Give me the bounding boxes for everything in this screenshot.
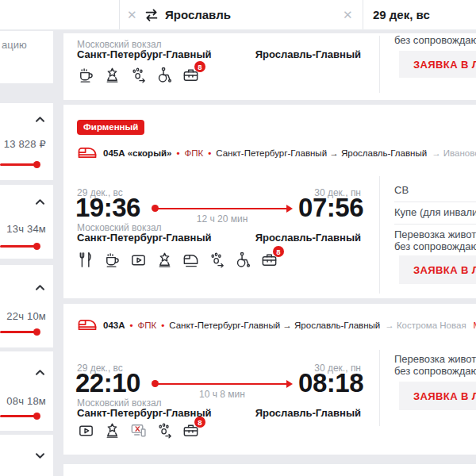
star-icon[interactable] xyxy=(155,251,174,269)
carrier-link[interactable]: ФПК xyxy=(184,148,203,158)
bullet-separator: • xyxy=(130,321,133,330)
train-logo-icon xyxy=(77,144,98,161)
bullet-separator: • xyxy=(208,148,211,158)
arrive-time: 08:18 xyxy=(298,369,363,397)
depart-station: Санкт-Петербург-Главный xyxy=(77,232,212,244)
luggage-count-badge: 8 xyxy=(194,416,205,428)
filter-section-cropped: ацию xyxy=(0,31,53,83)
filter-section-price: 13 828 ₽ xyxy=(0,103,53,180)
branded-badge: Фирменный xyxy=(77,120,144,135)
range-slider[interactable] xyxy=(0,415,38,417)
timeline-arrow xyxy=(153,208,291,209)
luggage-icon[interactable]: 8 xyxy=(182,66,200,84)
train-title-row: 045А «скорый» • ФПК • Санкт-Петербург-Гл… xyxy=(77,144,476,161)
filter-section-arrival: 08ч 18м xyxy=(0,351,53,431)
panel-divider xyxy=(379,350,380,426)
filter-section-collapsed xyxy=(0,435,53,476)
route-text: Санкт-Петербург-Главный → Ярославль-Глав… xyxy=(216,148,427,158)
bullet-separator: • xyxy=(176,148,179,158)
train-card-partial: Московский вокзал Санкт-Петербург-Главны… xyxy=(63,33,476,100)
train-card-045: Фирменный 045А «скорый» • ФПК • Санкт-Пе… xyxy=(63,105,476,298)
video-icon[interactable] xyxy=(77,421,95,440)
route-extra-text: → Иваново xyxy=(432,148,476,158)
panel-divider xyxy=(379,36,380,93)
slider-handle[interactable] xyxy=(33,243,40,250)
filter-value-departure: 22ч 10м xyxy=(6,310,46,322)
route-text: Санкт-Петербург-Главный → Ярославль-Глав… xyxy=(169,321,380,330)
date-field[interactable]: 29 дек, вс xyxy=(373,8,430,21)
filter-value-duration: 13ч 34м xyxy=(6,223,46,235)
field-divider xyxy=(363,0,363,29)
star-icon[interactable] xyxy=(103,66,121,84)
filter-value-arrival: 08ч 18м xyxy=(6,395,46,407)
range-slider[interactable] xyxy=(0,163,38,166)
arrive-station: Ярославль-Главный xyxy=(255,48,361,60)
carrier-link[interactable]: ФПК xyxy=(138,321,157,330)
train-card-043: 043А • ФПК • Санкт-Петербург-Главный → Я… xyxy=(63,304,476,455)
no-e-registration-icon[interactable] xyxy=(129,421,148,440)
depart-time: 22:10 xyxy=(75,369,140,397)
wheelchair-icon[interactable] xyxy=(234,251,252,269)
slider-handle[interactable] xyxy=(33,328,40,336)
trip-duration: 10 ч 8 мин xyxy=(153,389,291,400)
bullet-separator: • xyxy=(161,321,164,330)
restaurant-icon[interactable] xyxy=(77,251,95,269)
slider-handle[interactable] xyxy=(33,413,40,420)
star-icon[interactable] xyxy=(103,421,121,440)
clear-origin-icon[interactable]: ✕ xyxy=(127,7,137,23)
train-icon[interactable] xyxy=(182,251,200,269)
train-search-results-page: { "colors": { "accent": "#e21a1a", "back… xyxy=(0,0,476,476)
arrive-station: Ярославль-Главный xyxy=(255,232,361,244)
depart-station: Санкт-Петербург-Главный xyxy=(77,48,212,60)
arrive-time: 07:56 xyxy=(298,194,363,222)
pets-note-line2: без сопровождающе xyxy=(394,240,476,252)
amenities-row: 8 xyxy=(77,251,278,269)
filter-section-departure: 22ч 10м xyxy=(0,265,53,347)
train-logo-icon xyxy=(77,317,98,333)
range-slider[interactable] xyxy=(0,245,38,248)
coffee-icon[interactable] xyxy=(103,251,121,269)
train-number: 043А xyxy=(103,321,125,330)
destination-field[interactable]: Ярославль xyxy=(165,8,231,21)
waitlist-button[interactable]: ЗАЯВКА В Л xyxy=(399,382,476,410)
wheelchair-icon[interactable] xyxy=(155,66,174,84)
waitlist-button[interactable]: ЗАЯВКА В Л xyxy=(399,51,476,78)
search-topbar: ✕ Ярославль ✕ 29 дек, вс xyxy=(0,0,476,30)
pets-note-line1: Перевозка животных xyxy=(394,228,476,240)
cropped-filter-label: ацию xyxy=(2,39,27,51)
timeline-arrow xyxy=(153,383,291,385)
depart-station: Санкт-Петербург-Главный xyxy=(77,407,212,419)
collapse-icon[interactable] xyxy=(35,116,45,123)
coffee-icon[interactable] xyxy=(77,66,95,84)
video-icon[interactable] xyxy=(129,251,148,269)
collapse-icon[interactable] xyxy=(35,284,45,291)
panel-divider xyxy=(379,176,380,294)
collapse-icon[interactable] xyxy=(35,369,45,376)
pets-icon[interactable] xyxy=(208,251,226,269)
range-slider[interactable] xyxy=(0,331,38,333)
route-extra-text: → Кострома Новая xyxy=(385,321,466,330)
field-divider xyxy=(119,0,120,29)
expand-icon[interactable] xyxy=(35,452,45,459)
waitlist-button[interactable]: ЗАЯВКА В Л xyxy=(399,255,476,284)
filter-section-duration: 13ч 34м xyxy=(0,185,53,259)
pets-icon[interactable] xyxy=(129,66,148,84)
depart-time: 19:36 xyxy=(75,194,140,222)
luggage-count-badge: 8 xyxy=(273,246,284,257)
train-card-next-partial xyxy=(63,464,476,476)
filter-value-price: 13 828 ₽ xyxy=(4,138,46,150)
panel-row-divider xyxy=(394,202,476,202)
clear-destination-icon[interactable]: ✕ xyxy=(343,7,353,23)
class-option-kupe[interactable]: Купе (для инвалидо xyxy=(394,206,476,218)
panel-row-divider xyxy=(394,224,476,225)
luggage-icon[interactable]: 8 xyxy=(260,251,278,269)
slider-handle[interactable] xyxy=(33,161,40,168)
pets-icon[interactable] xyxy=(155,421,174,440)
trip-duration: 12 ч 20 мин xyxy=(153,213,291,225)
swap-direction-icon[interactable] xyxy=(143,6,160,24)
route-link[interactable]: Маршрут xyxy=(474,321,476,330)
class-option-sv[interactable]: СВ xyxy=(394,184,409,196)
luggage-icon[interactable]: 8 xyxy=(182,421,200,440)
collapse-icon[interactable] xyxy=(35,198,45,205)
train-title-row: 043А • ФПК • Санкт-Петербург-Главный → Я… xyxy=(77,317,476,333)
